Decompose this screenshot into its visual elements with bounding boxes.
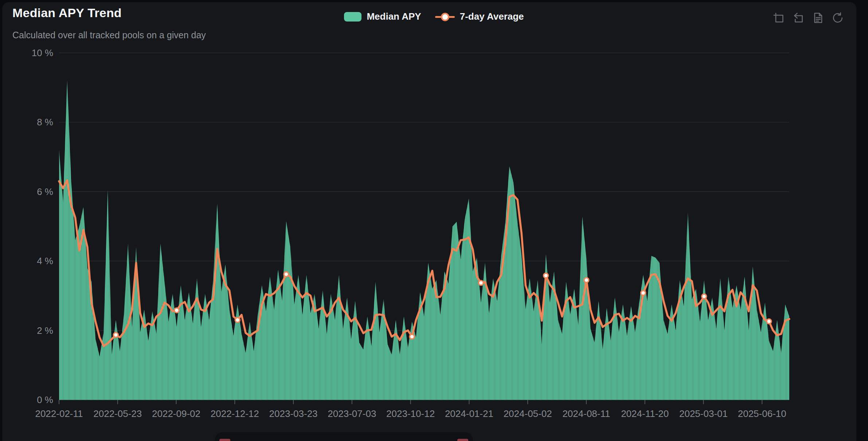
y-axis-label: 4 % [37, 255, 53, 266]
avg-line-marker [641, 290, 646, 295]
area-zoom-icon [773, 12, 785, 24]
refresh-button[interactable] [832, 12, 844, 24]
y-axis-label: 10 % [32, 47, 53, 58]
next-card-top [215, 432, 473, 441]
x-axis-label: 2023-10-12 [386, 408, 435, 419]
page-title: Median APY Trend [12, 6, 122, 20]
y-axis-label: 0 % [37, 394, 53, 405]
chart-toolbar [773, 12, 844, 24]
avg-line-marker [174, 308, 179, 313]
y-axis-label: 6 % [37, 186, 53, 197]
bottom-card-accent [219, 439, 230, 441]
legend-label: Median APY [367, 11, 421, 22]
page-subtitle: Calculated over all tracked pools on a g… [12, 30, 206, 40]
x-axis: 2022-02-112022-05-232022-09-022022-12-12… [35, 400, 786, 419]
restore-button[interactable] [792, 12, 805, 24]
data-view-icon [812, 12, 824, 24]
y-axis-label: 8 % [37, 117, 53, 128]
avg-line-marker [235, 318, 240, 323]
x-axis-label: 2024-08-11 [562, 408, 610, 419]
avg-line-marker [767, 319, 771, 324]
legend-item-median-apy[interactable]: Median APY [344, 11, 421, 22]
apy-trend-chart[interactable]: 0 %2 %4 %6 %8 %10 %2022-02-112022-05-232… [0, 0, 868, 441]
x-axis-label: 2022-05-23 [93, 408, 142, 419]
x-axis-label: 2023-07-03 [328, 408, 376, 419]
x-axis-label: 2024-05-02 [504, 408, 552, 419]
legend-item-7day-average[interactable]: 7-day Average [435, 11, 524, 22]
x-axis-label: 2024-11-20 [621, 408, 669, 419]
x-axis-label: 2024-01-21 [445, 408, 493, 419]
refresh-icon [832, 12, 844, 24]
avg-line-marker [584, 278, 589, 282]
bottom-card-accent [457, 439, 468, 441]
x-axis-label: 2022-12-12 [211, 408, 259, 419]
x-axis-label: 2022-09-02 [152, 408, 200, 419]
legend-line-symbol [435, 12, 455, 22]
legend-label: 7-day Average [460, 11, 524, 22]
avg-line-marker [284, 272, 289, 277]
y-axis-label: 2 % [37, 325, 53, 336]
data-view-button[interactable] [812, 12, 824, 24]
x-axis-label: 2025-03-01 [679, 408, 728, 419]
median-apy-bars-series[interactable] [59, 81, 789, 400]
x-axis-label: 2022-02-11 [35, 408, 83, 419]
avg-line-marker [410, 334, 414, 339]
x-axis-label: 2025-06-10 [738, 408, 786, 419]
avg-line-marker [702, 294, 707, 299]
legend-bar-swatch [344, 12, 361, 22]
restore-icon [793, 12, 804, 24]
x-axis-label: 2023-03-23 [269, 408, 318, 419]
area-zoom-button[interactable] [773, 12, 785, 24]
avg-line-marker [478, 281, 483, 285]
avg-line-marker [113, 332, 118, 337]
avg-line-marker [544, 273, 548, 278]
